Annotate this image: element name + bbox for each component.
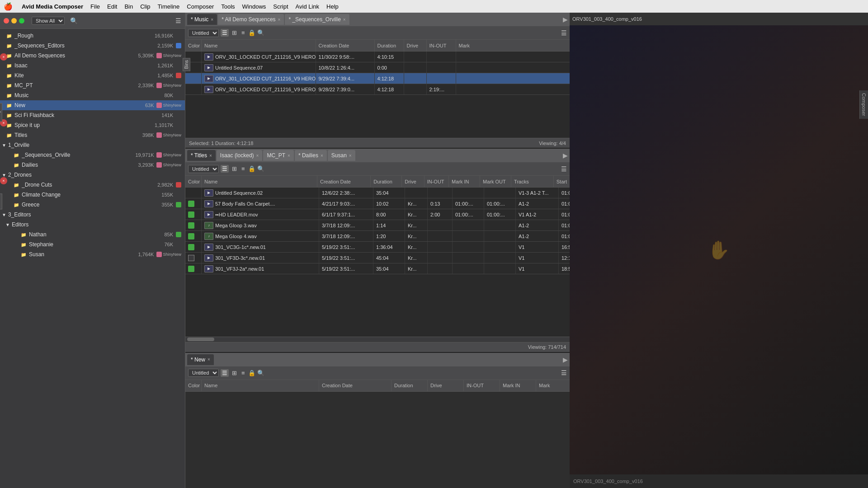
app-name[interactable]: Avid Media Composer bbox=[22, 3, 83, 10]
titles-row-8[interactable]: ▶301_VF3J-2a*.new.01 5/19/22 3:51:... 35… bbox=[185, 263, 570, 274]
tab-isaac-close[interactable]: × bbox=[256, 153, 259, 158]
titles-th-markin[interactable]: Mark IN bbox=[449, 176, 480, 187]
tab-dailies-close[interactable]: × bbox=[321, 153, 323, 158]
titles-text-view-btn[interactable]: ☰ bbox=[221, 165, 229, 173]
titles-row-6[interactable]: ▶301_VC3G-1c*.new.01 5/19/22 3:51:... 1:… bbox=[185, 242, 570, 253]
titles-script-view-btn[interactable]: ≡ bbox=[240, 165, 246, 173]
menu-avid-link[interactable]: Avid Link bbox=[296, 3, 320, 10]
music-th-name[interactable]: Name bbox=[202, 40, 316, 51]
panel-x-btn-3[interactable]: × bbox=[0, 177, 7, 184]
bin-item-seq-orville[interactable]: 📁 _Sequences_Orville 19,971K ShinyNew bbox=[0, 150, 185, 160]
panel-x-btn-1[interactable]: × bbox=[0, 53, 7, 61]
new-frame-view-btn[interactable]: ⊞ bbox=[231, 369, 238, 377]
new-th-drive[interactable]: Drive bbox=[428, 380, 464, 391]
titles-row-2[interactable]: ▶57 Body Falls On Carpet.... 4/21/17 9:0… bbox=[185, 198, 570, 209]
bin-item-drone-cuts[interactable]: 📁 _Drone Cuts 2,982K bbox=[0, 180, 185, 190]
bin-item-mc-pt[interactable]: 📁 MC_PT 2,339K ShinyNew bbox=[0, 80, 185, 90]
titles-row-3[interactable]: ▶••HD LEADER.mov 6/1/17 9:37:1... 8:00 K… bbox=[185, 209, 570, 220]
music-row-4[interactable]: ▶ORV_301_LOCKED CUT_211216_V9 HERO 9/28/… bbox=[185, 84, 570, 95]
titles-frame-view-btn[interactable]: ⊞ bbox=[231, 165, 238, 173]
bin-item-greece[interactable]: 📁 Greece 355K bbox=[0, 200, 185, 210]
music-row-3[interactable]: ▶ORV_301_LOCKED CUT_211216_V9 HERO.Copy.… bbox=[185, 73, 570, 84]
new-th-date[interactable]: Creation Date bbox=[319, 380, 392, 391]
menu-script[interactable]: Script bbox=[273, 3, 288, 10]
tab-titles-close[interactable]: × bbox=[209, 153, 212, 158]
tab-susan[interactable]: Susan × bbox=[328, 150, 355, 161]
tab-titles[interactable]: * Titles × bbox=[187, 150, 216, 161]
tab-nav-arrow-titles[interactable]: ▶ bbox=[563, 152, 568, 159]
titles-th-start[interactable]: Start bbox=[554, 176, 570, 187]
music-th-color[interactable]: Color bbox=[185, 40, 202, 51]
music-settings-btn[interactable]: ☰ bbox=[561, 29, 567, 37]
titles-th-name[interactable]: Name bbox=[202, 176, 317, 187]
bin-item-1-orville[interactable]: ▼ 1_Orville bbox=[0, 140, 185, 150]
bin-item-dailies[interactable]: 📁 Dailies 3,293K ShinyNew bbox=[0, 160, 185, 170]
new-th-color[interactable]: Color bbox=[185, 380, 202, 391]
tab-nav-arrow-music[interactable]: ▶ bbox=[563, 16, 568, 23]
menu-edit[interactable]: Edit bbox=[107, 3, 117, 10]
window-min-btn[interactable] bbox=[11, 18, 17, 23]
new-settings-btn[interactable]: ☰ bbox=[561, 369, 567, 376]
tab-music-close[interactable]: × bbox=[211, 17, 213, 22]
window-close-btn[interactable] bbox=[4, 18, 9, 23]
tab-susan-close[interactable]: × bbox=[349, 153, 352, 158]
titles-row-5[interactable]: ♪Mega Gloop 4.wav 3/7/18 12:09:... 1:20 … bbox=[185, 231, 570, 242]
titles-row-4[interactable]: ♪Mega Gloop 3.wav 3/7/18 12:09:... 1:14 … bbox=[185, 220, 570, 231]
tab-mc-pt[interactable]: MC_PT × bbox=[263, 150, 294, 161]
menu-bin[interactable]: Bin bbox=[124, 3, 133, 10]
music-lock-btn[interactable]: 🔒 bbox=[248, 29, 255, 36]
show-all-select[interactable]: Show All bbox=[32, 17, 65, 25]
menu-clip[interactable]: Clip bbox=[140, 3, 150, 10]
bin-item-susan[interactable]: 📁 Susan 1,764K ShinyNew bbox=[0, 249, 185, 259]
titles-view-select[interactable]: Untitled bbox=[188, 165, 219, 173]
tab-sequences-orville-close[interactable]: × bbox=[343, 17, 346, 22]
new-th-name[interactable]: Name bbox=[202, 380, 319, 391]
new-th-markin[interactable]: Mark IN bbox=[500, 380, 536, 391]
music-th-inout[interactable]: IN-OUT bbox=[427, 40, 456, 51]
menu-windows[interactable]: Windows bbox=[242, 3, 266, 10]
music-th-date[interactable]: Creation Date bbox=[316, 40, 375, 51]
tab-music[interactable]: * Music × bbox=[187, 14, 217, 25]
tab-all-demo[interactable]: * All Demo Sequences × bbox=[218, 14, 284, 25]
music-view-select[interactable]: Untitled bbox=[188, 29, 219, 37]
titles-th-dur[interactable]: Duration bbox=[371, 176, 402, 187]
titles-th-tracks[interactable]: Tracks bbox=[511, 176, 554, 187]
bins-side-label[interactable]: Bins bbox=[183, 58, 190, 71]
tab-new-close[interactable]: × bbox=[208, 357, 210, 362]
music-search-btn[interactable]: 🔍 bbox=[257, 29, 264, 36]
bin-item-isaac[interactable]: 📁 Isaac 1,261K bbox=[0, 61, 185, 70]
new-view-select[interactable]: Untitled bbox=[188, 369, 219, 377]
new-lock-btn[interactable]: 🔒 bbox=[248, 370, 255, 376]
bin-item-new[interactable]: 📁 New 63K ShinyNew bbox=[0, 100, 185, 110]
window-max-btn[interactable] bbox=[19, 18, 24, 23]
bin-item-nathan[interactable]: 📁 Nathan 85K bbox=[0, 230, 185, 239]
menu-help[interactable]: Help bbox=[326, 3, 339, 10]
new-search-btn[interactable]: 🔍 bbox=[257, 370, 264, 376]
tab-new[interactable]: * New × bbox=[187, 354, 214, 365]
bin-item-scifi[interactable]: 📁 Sci Fi Flashback 141K bbox=[0, 110, 185, 120]
bin-search-btn[interactable]: 🔍 bbox=[68, 16, 79, 25]
effect-side-label[interactable]: Effect bbox=[0, 193, 2, 209]
menu-timeline[interactable]: Timeline bbox=[158, 3, 180, 10]
bin-item-3-editors[interactable]: ▼ 3_Editors bbox=[0, 210, 185, 220]
music-text-view-btn[interactable]: ☰ bbox=[221, 29, 229, 37]
bin-item-rough[interactable]: 📁 _Rough 16,916K bbox=[0, 31, 185, 41]
tab-dailies[interactable]: * Dailies × bbox=[295, 150, 327, 161]
new-script-view-btn[interactable]: ≡ bbox=[240, 369, 246, 377]
bin-item-stephanie[interactable]: 📁 Stephanie 76K bbox=[0, 239, 185, 249]
menu-file[interactable]: File bbox=[90, 3, 100, 10]
tab-nav-arrow-new[interactable]: ▶ bbox=[563, 356, 568, 363]
bin-item-spice[interactable]: 📁 Spice it up 1,1017K bbox=[0, 120, 185, 130]
titles-hscrollbar[interactable] bbox=[187, 338, 214, 341]
titles-th-color[interactable]: Color bbox=[185, 176, 202, 187]
new-th-inout[interactable]: IN-OUT bbox=[464, 380, 500, 391]
bin-item-climate[interactable]: 📁 Climate Change 155K bbox=[0, 190, 185, 200]
new-text-view-btn[interactable]: ☰ bbox=[221, 369, 229, 377]
titles-settings-btn[interactable]: ☰ bbox=[561, 165, 567, 173]
project-side-label[interactable]: Project bbox=[0, 103, 2, 122]
bin-item-music[interactable]: 📁 Music 80K bbox=[0, 90, 185, 100]
music-th-dur[interactable]: Duration bbox=[375, 40, 404, 51]
bin-item-titles[interactable]: 📁 Titles 398K ShinyNew bbox=[0, 130, 185, 140]
bin-item-editors[interactable]: ▼ Editors bbox=[0, 220, 185, 230]
music-frame-view-btn[interactable]: ⊞ bbox=[231, 29, 238, 37]
